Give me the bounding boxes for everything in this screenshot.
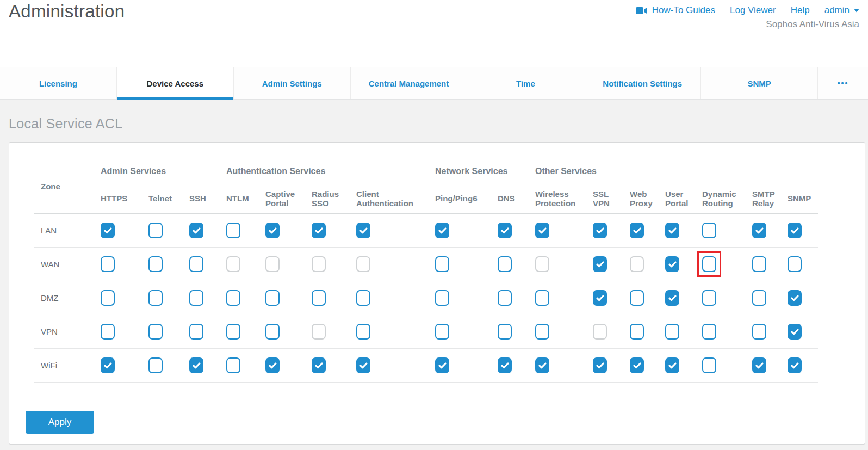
checkbox-wan-https[interactable]	[101, 256, 115, 272]
checkbox-lan-https[interactable]	[101, 223, 115, 238]
checkbox-wifi-user-portal[interactable]	[665, 357, 679, 373]
checkbox-dmz-radius-sso[interactable]	[312, 290, 326, 306]
checkbox-wifi-ping-ping6[interactable]	[435, 357, 449, 373]
checkbox-wan-radius-sso	[312, 256, 326, 272]
checkbox-dmz-wireless-protection[interactable]	[535, 290, 549, 306]
page-header: Administration How-To Guides Log Viewer …	[0, 0, 868, 67]
tab-time[interactable]: Time	[467, 67, 584, 99]
checkbox-wifi-web-proxy[interactable]	[630, 357, 644, 373]
column-header-dns: DNS	[497, 184, 535, 213]
checkbox-lan-radius-sso[interactable]	[312, 223, 326, 238]
tab-licensing[interactable]: Licensing	[0, 67, 117, 99]
tab-notification-settings[interactable]: Notification Settings	[584, 67, 701, 99]
checkbox-dmz-telnet[interactable]	[148, 290, 163, 306]
checkbox-vpn-dynamic-routing[interactable]	[702, 324, 716, 340]
checkbox-vpn-smtp-relay[interactable]	[752, 324, 766, 340]
checkbox-vpn-user-portal[interactable]	[665, 324, 679, 340]
column-header-captive-portal: Captive Portal	[265, 184, 311, 213]
checkbox-wifi-wireless-protection[interactable]	[535, 357, 549, 373]
checkbox-vpn-snmp[interactable]	[788, 324, 802, 340]
checkbox-dmz-captive-portal[interactable]	[265, 290, 280, 306]
checkbox-vpn-https[interactable]	[101, 324, 115, 340]
caret-down-icon	[854, 9, 859, 13]
checkbox-wifi-dns[interactable]	[498, 357, 512, 373]
column-header-telnet: Telnet	[148, 184, 189, 213]
tab-snmp-label: SNMP	[747, 79, 771, 88]
column-header-wireless-protection: Wireless Protection	[535, 184, 592, 213]
checkbox-vpn-client-authentication[interactable]	[356, 324, 370, 340]
apply-button[interactable]: Apply	[26, 411, 94, 434]
checkbox-lan-snmp[interactable]	[788, 223, 802, 238]
tab-snmp[interactable]: SNMP	[701, 67, 818, 99]
column-header-smtp-relay: SMTP Relay	[752, 184, 787, 213]
checkbox-lan-ssl-vpn[interactable]	[593, 223, 607, 238]
admin-menu-button[interactable]: admin	[824, 5, 859, 16]
checkbox-lan-user-portal[interactable]	[665, 223, 679, 238]
checkbox-wifi-telnet[interactable]	[148, 357, 163, 373]
checkbox-wan-dynamic-routing[interactable]	[702, 256, 716, 272]
tab-licensing-label: Licensing	[39, 79, 77, 88]
checkbox-wifi-https[interactable]	[101, 357, 115, 373]
page-title: Administration	[9, 1, 125, 22]
checkbox-wifi-ssh[interactable]	[189, 357, 203, 373]
checkbox-vpn-telnet[interactable]	[148, 324, 163, 340]
checkbox-dmz-client-authentication[interactable]	[356, 290, 370, 306]
checkbox-lan-captive-portal[interactable]	[265, 223, 280, 238]
checkbox-dmz-ntlm[interactable]	[226, 290, 240, 306]
tab-device-access[interactable]: Device Access	[117, 67, 234, 99]
help-link[interactable]: Help	[791, 5, 810, 16]
checkbox-wan-ssl-vpn[interactable]	[593, 256, 607, 272]
checkbox-dmz-ssl-vpn[interactable]	[593, 290, 607, 306]
appliance-name: Sophos Anti-Virus Asia	[636, 19, 859, 30]
checkbox-lan-client-authentication[interactable]	[356, 223, 370, 238]
checkbox-dmz-https[interactable]	[101, 290, 115, 306]
checkbox-wifi-smtp-relay[interactable]	[752, 357, 766, 373]
checkbox-wifi-radius-sso[interactable]	[312, 357, 326, 373]
checkbox-dmz-user-portal[interactable]	[665, 290, 679, 306]
checkbox-dmz-ping-ping6[interactable]	[435, 290, 449, 306]
how-to-guides-link[interactable]: How-To Guides	[636, 5, 715, 16]
checkbox-wan-dns[interactable]	[498, 256, 512, 272]
checkbox-dmz-dynamic-routing[interactable]	[702, 290, 716, 306]
checkbox-dmz-smtp-relay[interactable]	[752, 290, 766, 306]
checkbox-vpn-ssh[interactable]	[189, 324, 203, 340]
checkbox-lan-smtp-relay[interactable]	[752, 223, 766, 238]
checkbox-lan-ping-ping6[interactable]	[435, 223, 449, 238]
checkbox-dmz-web-proxy[interactable]	[630, 290, 644, 306]
checkbox-dmz-dns[interactable]	[498, 290, 512, 306]
log-viewer-link[interactable]: Log Viewer	[730, 5, 776, 16]
checkbox-lan-telnet[interactable]	[148, 223, 163, 238]
checkbox-lan-ssh[interactable]	[189, 223, 203, 238]
checkbox-wifi-dynamic-routing[interactable]	[702, 357, 716, 373]
checkbox-wifi-ssl-vpn[interactable]	[593, 357, 607, 373]
tab-admin-settings[interactable]: Admin Settings	[234, 67, 351, 99]
more-tabs-button[interactable]: •••	[818, 67, 868, 99]
checkbox-dmz-ssh[interactable]	[189, 290, 203, 306]
checkbox-lan-ntlm[interactable]	[226, 223, 240, 238]
checkbox-vpn-ping-ping6[interactable]	[435, 324, 449, 340]
acl-row-vpn: VPN	[34, 315, 818, 348]
log-viewer-label: Log Viewer	[730, 5, 776, 16]
checkbox-wifi-client-authentication[interactable]	[356, 357, 370, 373]
checkbox-vpn-dns[interactable]	[498, 324, 512, 340]
checkbox-wan-snmp[interactable]	[788, 256, 802, 272]
checkbox-wan-ssh[interactable]	[189, 256, 203, 272]
checkbox-lan-wireless-protection[interactable]	[535, 223, 549, 238]
checkbox-wan-ping-ping6[interactable]	[435, 256, 449, 272]
checkbox-wifi-ntlm[interactable]	[226, 357, 240, 373]
checkbox-dmz-snmp[interactable]	[788, 290, 802, 306]
checkbox-wifi-snmp[interactable]	[788, 357, 802, 373]
zone-label-wan: WAN	[34, 247, 100, 281]
checkbox-vpn-wireless-protection[interactable]	[535, 324, 549, 340]
checkbox-vpn-captive-portal[interactable]	[265, 324, 280, 340]
checkbox-vpn-web-proxy[interactable]	[630, 324, 644, 340]
checkbox-lan-web-proxy[interactable]	[630, 223, 644, 238]
checkbox-lan-dns[interactable]	[498, 223, 512, 238]
tab-central-management[interactable]: Central Management	[351, 67, 468, 99]
checkbox-vpn-ntlm[interactable]	[226, 324, 240, 340]
checkbox-wan-telnet[interactable]	[148, 256, 163, 272]
checkbox-wifi-captive-portal[interactable]	[265, 357, 280, 373]
checkbox-lan-dynamic-routing[interactable]	[702, 223, 716, 238]
checkbox-wan-user-portal[interactable]	[665, 256, 679, 272]
checkbox-wan-smtp-relay[interactable]	[752, 256, 766, 272]
